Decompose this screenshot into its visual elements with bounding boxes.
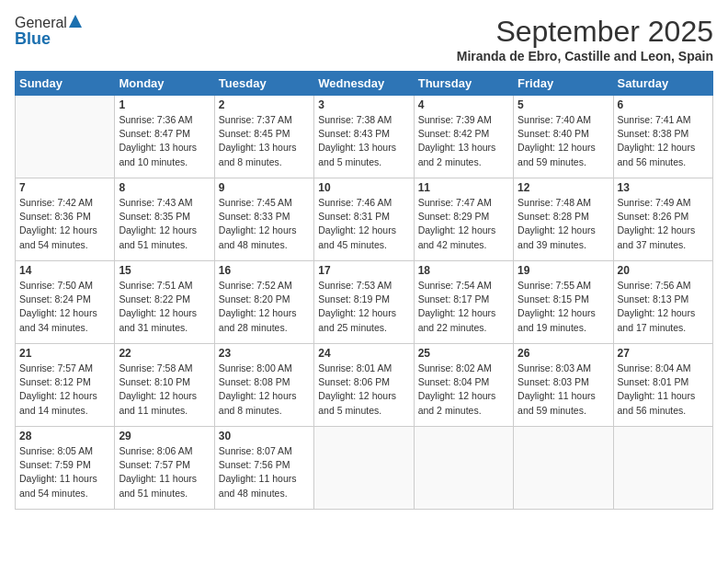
- day-info: Sunrise: 7:55 AMSunset: 8:15 PMDaylight:…: [518, 279, 609, 335]
- day-info-line: and 31 minutes.: [119, 322, 188, 333]
- day-number: 14: [19, 264, 110, 277]
- calendar-cell: 29Sunrise: 8:06 AMSunset: 7:57 PMDayligh…: [115, 427, 214, 510]
- day-info: Sunrise: 8:02 AMSunset: 8:04 PMDaylight:…: [418, 362, 509, 418]
- day-info-line: Sunrise: 7:58 AM: [119, 362, 192, 373]
- day-info-line: Sunset: 8:31 PM: [318, 211, 390, 222]
- calendar-cell: 12Sunrise: 7:48 AMSunset: 8:28 PMDayligh…: [514, 178, 613, 261]
- calendar-cell: 13Sunrise: 7:49 AMSunset: 8:26 PMDayligh…: [613, 178, 712, 261]
- calendar-cell: 9Sunrise: 7:45 AMSunset: 8:33 PMDaylight…: [214, 178, 313, 261]
- day-info-line: Sunset: 7:56 PM: [219, 459, 290, 470]
- day-info-line: and 39 minutes.: [518, 239, 586, 250]
- day-info-line: and 14 minutes.: [19, 405, 88, 416]
- day-info-line: Sunrise: 7:57 AM: [19, 362, 93, 373]
- day-info-line: Sunset: 8:42 PM: [418, 128, 490, 139]
- day-info-line: Sunrise: 7:55 AM: [518, 280, 591, 291]
- day-info-line: Daylight: 12 hours: [518, 307, 596, 318]
- day-number: 30: [219, 430, 310, 442]
- day-number: 29: [119, 430, 210, 442]
- day-info-line: Sunrise: 7:43 AM: [119, 197, 192, 208]
- week-row-4: 21Sunrise: 7:57 AMSunset: 8:12 PMDayligh…: [16, 344, 713, 427]
- day-number: 28: [19, 430, 110, 442]
- calendar-cell: 26Sunrise: 8:03 AMSunset: 8:03 PMDayligh…: [514, 344, 613, 427]
- weekday-header-friday: Friday: [514, 72, 613, 96]
- day-info-line: Sunrise: 7:40 AM: [518, 114, 591, 125]
- day-number: 13: [618, 181, 709, 194]
- day-info-line: Sunset: 7:59 PM: [19, 459, 91, 470]
- day-info-line: Sunrise: 8:05 AM: [19, 445, 93, 456]
- day-info-line: Sunset: 8:12 PM: [19, 376, 91, 387]
- day-info-line: and 45 minutes.: [318, 239, 387, 250]
- day-number: 25: [418, 347, 509, 360]
- day-info-line: Daylight: 12 hours: [19, 307, 97, 318]
- calendar-cell: 25Sunrise: 8:02 AMSunset: 8:04 PMDayligh…: [414, 344, 513, 427]
- day-number: 1: [119, 98, 210, 111]
- day-info-line: Sunset: 8:01 PM: [618, 376, 689, 387]
- day-info-line: Sunrise: 8:01 AM: [318, 362, 392, 373]
- day-number: 10: [318, 181, 409, 194]
- calendar-cell: 20Sunrise: 7:56 AMSunset: 8:13 PMDayligh…: [613, 261, 712, 344]
- day-number: 23: [219, 347, 310, 360]
- day-info-line: and 5 minutes.: [318, 156, 381, 167]
- weekday-header-sunday: Sunday: [16, 72, 115, 96]
- day-info-line: Sunset: 8:15 PM: [518, 293, 589, 304]
- weekday-header-wednesday: Wednesday: [314, 72, 414, 96]
- day-info-line: Daylight: 12 hours: [219, 224, 297, 236]
- day-info-line: and 25 minutes.: [318, 322, 387, 333]
- day-info: Sunrise: 7:52 AMSunset: 8:20 PMDaylight:…: [219, 279, 310, 335]
- day-info-line: Daylight: 12 hours: [119, 307, 197, 318]
- day-info-line: and 54 minutes.: [19, 239, 88, 250]
- day-info-line: Sunset: 8:47 PM: [119, 128, 190, 139]
- day-info-line: and 17 minutes.: [618, 322, 687, 333]
- day-info-line: Sunrise: 7:54 AM: [418, 280, 492, 291]
- day-info: Sunrise: 7:57 AMSunset: 8:12 PMDaylight:…: [19, 362, 110, 418]
- day-info-line: Sunrise: 8:07 AM: [219, 445, 292, 456]
- day-info: Sunrise: 7:49 AMSunset: 8:26 PMDaylight:…: [618, 196, 709, 252]
- day-info-line: Daylight: 12 hours: [418, 390, 496, 401]
- calendar-cell: 4Sunrise: 7:39 AMSunset: 8:42 PMDaylight…: [414, 96, 513, 178]
- day-info-line: Daylight: 11 hours: [19, 473, 97, 484]
- day-number: 22: [119, 347, 210, 360]
- day-info-line: Sunset: 8:40 PM: [518, 128, 589, 139]
- calendar-cell: [414, 427, 513, 510]
- calendar-table: SundayMondayTuesdayWednesdayThursdayFrid…: [15, 71, 713, 510]
- day-info-line: and 22 minutes.: [418, 322, 487, 333]
- calendar-cell: [16, 96, 115, 178]
- day-info-line: Sunrise: 7:41 AM: [618, 114, 691, 125]
- weekday-header-thursday: Thursday: [414, 72, 513, 96]
- calendar-cell: 15Sunrise: 7:51 AMSunset: 8:22 PMDayligh…: [115, 261, 214, 344]
- day-info: Sunrise: 7:45 AMSunset: 8:33 PMDaylight:…: [219, 196, 310, 252]
- day-number: 26: [518, 347, 609, 360]
- day-number: 19: [518, 264, 609, 277]
- day-info-line: Sunset: 8:06 PM: [318, 376, 390, 387]
- calendar-cell: 22Sunrise: 7:58 AMSunset: 8:10 PMDayligh…: [115, 344, 214, 427]
- day-info-line: and 11 minutes.: [119, 405, 188, 416]
- day-info: Sunrise: 7:47 AMSunset: 8:29 PMDaylight:…: [418, 196, 509, 252]
- calendar-cell: 23Sunrise: 8:00 AMSunset: 8:08 PMDayligh…: [214, 344, 313, 427]
- day-info-line: Sunrise: 7:45 AM: [219, 197, 292, 208]
- day-info-line: and 59 minutes.: [518, 405, 586, 416]
- day-number: 9: [219, 181, 310, 194]
- day-info-line: Sunrise: 7:51 AM: [119, 280, 192, 291]
- day-info-line: and 19 minutes.: [518, 322, 586, 333]
- day-info-line: Sunset: 8:33 PM: [219, 211, 290, 222]
- calendar-cell: 27Sunrise: 8:04 AMSunset: 8:01 PMDayligh…: [613, 344, 712, 427]
- day-info-line: Sunset: 8:38 PM: [618, 128, 689, 139]
- week-row-1: 1Sunrise: 7:36 AMSunset: 8:47 PMDaylight…: [16, 96, 713, 178]
- svg-marker-0: [69, 15, 82, 28]
- day-number: 18: [418, 264, 509, 277]
- day-info-line: Daylight: 12 hours: [618, 307, 696, 318]
- day-info-line: and 5 minutes.: [318, 405, 381, 416]
- day-number: 5: [518, 98, 609, 111]
- day-info: Sunrise: 7:53 AMSunset: 8:19 PMDaylight:…: [318, 279, 409, 335]
- day-info-line: Sunset: 8:24 PM: [19, 293, 91, 304]
- day-info-line: Daylight: 13 hours: [418, 142, 496, 153]
- day-info: Sunrise: 7:37 AMSunset: 8:45 PMDaylight:…: [219, 113, 310, 169]
- day-info-line: Sunset: 8:29 PM: [418, 211, 490, 222]
- day-info: Sunrise: 8:04 AMSunset: 8:01 PMDaylight:…: [618, 362, 709, 418]
- day-number: 21: [19, 347, 110, 360]
- day-info-line: Sunrise: 7:38 AM: [318, 114, 392, 125]
- day-info-line: and 59 minutes.: [518, 156, 586, 167]
- day-info-line: Sunset: 8:28 PM: [518, 211, 589, 222]
- day-info-line: Daylight: 11 hours: [618, 390, 696, 401]
- day-number: 4: [418, 98, 509, 111]
